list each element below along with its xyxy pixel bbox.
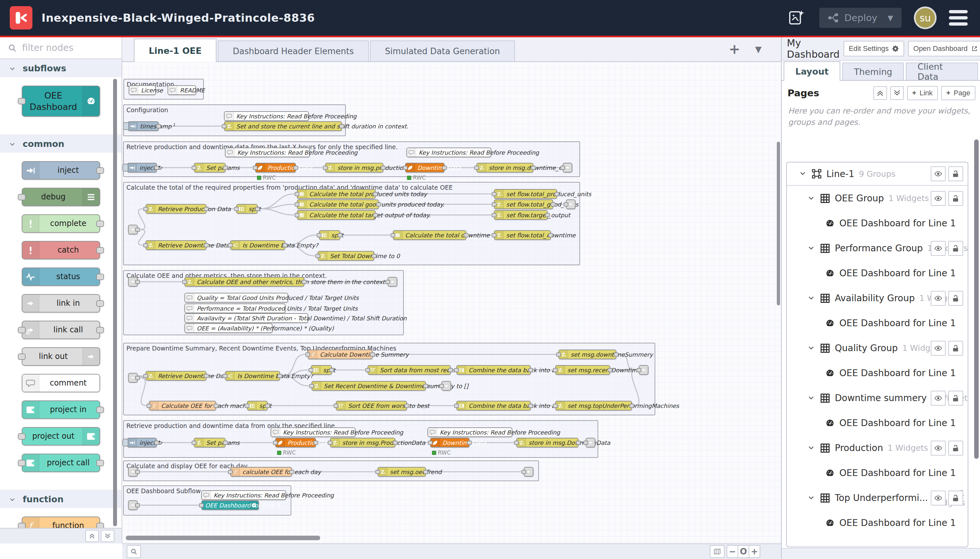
flow-node-calc[interactable]: Calculate the total good units produced … xyxy=(297,199,379,209)
tree-widget-row[interactable]: OEE Dashboard for Line 1 xyxy=(787,510,968,535)
inject-button[interactable] xyxy=(123,122,129,130)
open-dashboard-button[interactable]: Open Dashboard xyxy=(908,41,980,56)
palette-node-project-call[interactable]: project call xyxy=(22,454,100,472)
flow-node-linkout[interactable] xyxy=(563,163,572,172)
flow-node-linkout[interactable] xyxy=(586,438,595,447)
flow-node-comment[interactable]: Key Instructions: Read Before Proceeding xyxy=(224,111,309,121)
tree-group-row[interactable]: Performance Group1 Widgets xyxy=(787,236,968,261)
lock-toggle-button[interactable] xyxy=(948,291,963,306)
flow-node-function[interactable]: fcalculate OEE for each day xyxy=(230,467,292,476)
flow-node-calc[interactable]: Calculate the total produced units today xyxy=(297,189,376,199)
zoom-reset-button[interactable]: O xyxy=(737,545,749,558)
zoom-out-button[interactable]: − xyxy=(727,545,738,558)
canvas-v-scrollbar[interactable] xyxy=(777,142,780,306)
add-flow-button[interactable]: + xyxy=(729,43,740,56)
flow-node-linkout[interactable] xyxy=(388,277,397,287)
flow-node-change[interactable]: set flow.total_downtime xyxy=(494,230,551,240)
palette-node-OEE-Dashboard[interactable]: OEE Dashboard xyxy=(22,86,100,117)
flow-node-change[interactable]: Set Total Downtime to 0 xyxy=(318,251,374,261)
flow-node-comment[interactable]: Key Instructions: Read Before Proceeding xyxy=(225,147,310,157)
zoom-in-button[interactable]: + xyxy=(749,545,760,558)
tree-group-row[interactable]: Availability Group1 Widgets xyxy=(787,286,968,311)
tree-widget-row[interactable]: OEE Dashboard for Line 1 xyxy=(787,261,968,286)
flow-node-function[interactable]: fCalculate OEE for each machine xyxy=(149,401,216,410)
flow-group[interactable]: Calculate and display OEE for each day. xyxy=(123,460,539,481)
palette-node-complete[interactable]: complete xyxy=(22,214,100,233)
flow-node-linkout[interactable] xyxy=(566,199,576,209)
chevron-down-icon[interactable] xyxy=(807,293,815,303)
tree-group-row[interactable]: Quality Group1 Widgets xyxy=(787,336,968,361)
main-menu-icon[interactable] xyxy=(949,10,968,26)
flow-node-inject[interactable]: inject ↻ xyxy=(127,438,157,447)
deploy-button[interactable]: Deploy ▼ xyxy=(819,8,902,28)
inject-button[interactable] xyxy=(122,439,128,447)
flow-node-change[interactable]: Calculate OEE and other metrics, then st… xyxy=(185,277,304,287)
flow-node-change[interactable]: set msg.downtimeSummery xyxy=(558,349,616,359)
flow-node-change[interactable]: set flow.target_output xyxy=(494,210,548,220)
palette-node-status[interactable]: status xyxy=(22,268,100,286)
flow-node-subflow[interactable]: OEE Dashboard for Line 1 xyxy=(201,500,259,510)
flow-node-comment[interactable]: Key Instructions: Read Before Proceeding xyxy=(271,427,356,437)
flow-node-comment[interactable]: Key Instructions: Read Before Proceeding xyxy=(201,490,286,500)
lock-toggle-button[interactable] xyxy=(948,341,963,356)
visibility-toggle-button[interactable] xyxy=(931,166,945,181)
flow-node-comment[interactable]: README xyxy=(168,85,196,95)
palette-node-inject[interactable]: inject xyxy=(22,161,100,180)
visibility-toggle-button[interactable] xyxy=(931,291,945,306)
palette-category-common[interactable]: common xyxy=(0,134,122,153)
flow-node-comment[interactable]: License xyxy=(129,85,156,95)
flow-node-influx[interactable]: ProductionDataRWC xyxy=(275,438,316,447)
tree-group-row[interactable]: Downtime summery1 Widgets xyxy=(787,385,968,410)
palette-node-link-call[interactable]: link call xyxy=(22,321,100,339)
node-red-logo-icon[interactable] xyxy=(10,6,32,30)
palette-scrollbar[interactable] xyxy=(113,79,117,526)
visibility-toggle-button[interactable] xyxy=(931,491,945,506)
canvas-search-button[interactable] xyxy=(127,545,141,558)
flow-node-change[interactable]: store in msg.DowntimeData xyxy=(516,438,579,447)
palette-node-debug[interactable]: debug xyxy=(22,188,100,206)
add-link-button[interactable]: +Link xyxy=(907,86,938,100)
chevron-down-icon[interactable] xyxy=(807,393,815,403)
lock-toggle-button[interactable] xyxy=(948,191,963,206)
visibility-toggle-button[interactable] xyxy=(931,391,945,406)
tree-widget-row[interactable]: OEE Dashboard for Line 1 xyxy=(787,211,968,236)
flow-node-split[interactable]: split xyxy=(236,204,257,214)
flow-tab-Dashboard-Header-Elements[interactable]: Dashboard Header Elements xyxy=(218,41,368,61)
edit-settings-button[interactable]: Edit Settings xyxy=(843,41,904,56)
flow-node-change[interactable]: Set params xyxy=(194,438,226,447)
flow-tab-Line-1-OEE[interactable]: Line-1 OEE xyxy=(134,39,216,62)
chevron-down-icon[interactable] xyxy=(807,194,815,203)
flow-node-change[interactable]: set msg.recentDowntime xyxy=(555,365,610,375)
visibility-toggle-button[interactable] xyxy=(931,191,945,206)
visibility-toggle-button[interactable] xyxy=(931,341,945,356)
visibility-toggle-button[interactable] xyxy=(931,441,945,456)
flow-node-change[interactable]: set flow.total_good_units xyxy=(494,199,553,209)
filter-nodes-input[interactable] xyxy=(22,43,113,53)
flow-node-comment[interactable]: Key Instructions: Read Before Proceeding xyxy=(427,427,512,437)
flow-node-function[interactable]: fCalculate Downtime Summery xyxy=(308,349,373,359)
flow-tab-Simulated-Data-Generation[interactable]: Simulated Data Generation xyxy=(370,41,515,61)
collapse-pages-button[interactable] xyxy=(873,86,887,100)
flow-node-join[interactable]: Combine the data back into an array. xyxy=(456,401,531,410)
palette-node-link-in[interactable]: link in xyxy=(22,294,100,313)
tree-page-row[interactable]: Line-19 Groups xyxy=(787,162,968,186)
flow-canvas[interactable]: DocumentationConfigurationRetrieve produ… xyxy=(122,62,781,543)
flow-node-change[interactable]: set msg.oeeTrend xyxy=(378,467,426,476)
palette-node-project-out[interactable]: project out xyxy=(22,427,100,445)
tree-widget-row[interactable]: OEE Dashboard for Line 1 xyxy=(787,311,968,336)
add-page-button[interactable]: +Page xyxy=(941,86,975,100)
flow-node-change[interactable]: Set and store the current line and shift… xyxy=(224,121,342,131)
lock-toggle-button[interactable] xyxy=(948,441,963,456)
palette-node-link-out[interactable]: link out xyxy=(22,347,100,366)
tree-widget-row[interactable]: OEE Dashboard for Line 1 xyxy=(787,361,968,385)
flow-node-comment[interactable]: Key Instructions: Read Before Proceeding xyxy=(406,147,491,157)
flow-node-change[interactable]: set msg.topUnderPerformingMachines xyxy=(555,401,632,410)
deploy-caret-icon[interactable]: ▼ xyxy=(888,14,893,22)
flow-node-change[interactable]: Retrieve Downtime Data xyxy=(145,371,206,380)
flow-node-linkout[interactable] xyxy=(441,381,451,391)
visibility-toggle-button[interactable] xyxy=(931,241,945,256)
palette-node-project-in[interactable]: project in xyxy=(22,400,100,419)
expand-all-button[interactable] xyxy=(101,530,114,542)
palette-category-function[interactable]: function xyxy=(0,490,122,508)
flow-node-linkin[interactable] xyxy=(128,500,138,510)
